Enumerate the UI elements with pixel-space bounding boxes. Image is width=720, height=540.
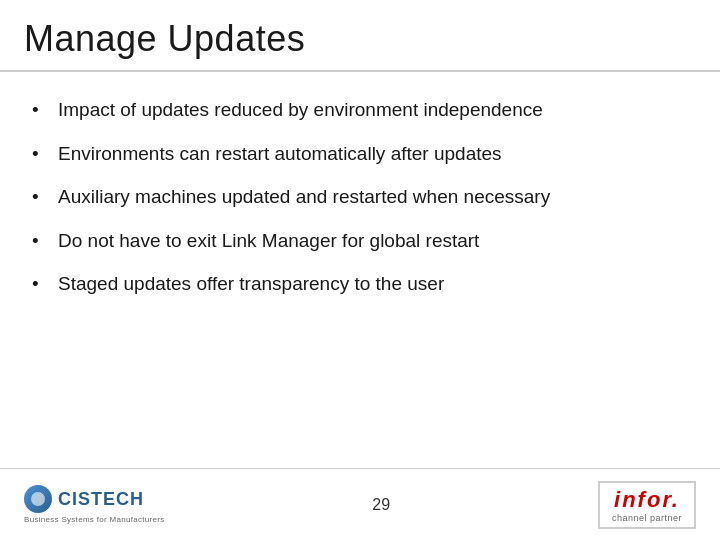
list-item: •Do not have to exit Link Manager for gl… [32, 227, 688, 255]
bullet-dot: • [32, 270, 54, 298]
bullet-dot: • [32, 183, 54, 211]
infor-logo: infor. channel partner [598, 481, 696, 529]
infor-name-label: infor. [614, 487, 680, 513]
list-item: •Impact of updates reduced by environmen… [32, 96, 688, 124]
slide-content: •Impact of updates reduced by environmen… [0, 72, 720, 468]
cistech-icon [24, 485, 52, 513]
slide-footer: CISTECH Business Systems for Manufacture… [0, 468, 720, 540]
cistech-logo: CISTECH Business Systems for Manufacture… [24, 485, 164, 524]
list-item: •Environments can restart automatically … [32, 140, 688, 168]
bullet-text: Staged updates offer transparency to the… [58, 270, 444, 298]
infor-logo-area: infor. channel partner [598, 481, 696, 529]
cistech-name-label: CISTECH [58, 489, 144, 510]
cistech-tagline-label: Business Systems for Manufacturers [24, 515, 164, 524]
page-title: Manage Updates [24, 18, 696, 60]
cistech-logo-top: CISTECH [24, 485, 144, 513]
cistech-logo-area: CISTECH Business Systems for Manufacture… [24, 485, 164, 524]
cistech-icon-inner [31, 492, 45, 506]
page-number: 29 [372, 496, 390, 514]
bullet-text: Environments can restart automatically a… [58, 140, 502, 168]
infor-tagline-label: channel partner [612, 513, 682, 523]
list-item: •Staged updates offer transparency to th… [32, 270, 688, 298]
slide-header: Manage Updates [0, 0, 720, 72]
bullet-text: Impact of updates reduced by environment… [58, 96, 543, 124]
bullet-list: •Impact of updates reduced by environmen… [32, 96, 688, 298]
bullet-dot: • [32, 140, 54, 168]
bullet-text: Auxiliary machines updated and restarted… [58, 183, 550, 211]
bullet-dot: • [32, 227, 54, 255]
list-item: •Auxiliary machines updated and restarte… [32, 183, 688, 211]
bullet-text: Do not have to exit Link Manager for glo… [58, 227, 479, 255]
bullet-dot: • [32, 96, 54, 124]
slide: Manage Updates •Impact of updates reduce… [0, 0, 720, 540]
